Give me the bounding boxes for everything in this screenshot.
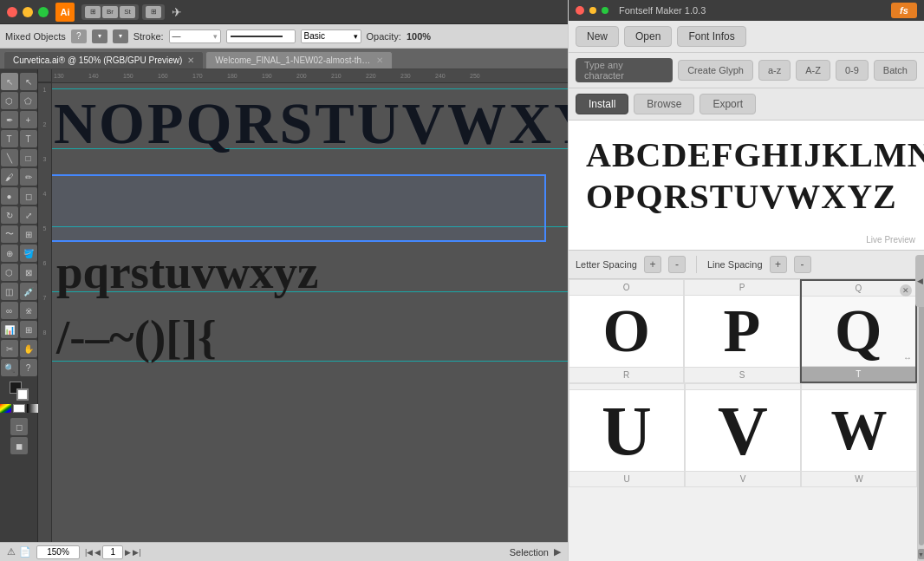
- magic-wand-tool[interactable]: ⬡: [1, 92, 18, 109]
- glyph-cell-P[interactable]: P P S: [684, 279, 799, 383]
- hand-tool[interactable]: ✋: [20, 340, 37, 357]
- type-tool[interactable]: T: [1, 130, 18, 147]
- document-tab-curvetica[interactable]: Curvetica.ai® @ 150% (RGB/GPU Preview) ✕: [3, 51, 204, 68]
- letter-spacing-plus[interactable]: +: [644, 256, 661, 273]
- scroll-down-btn[interactable]: ▼: [918, 549, 925, 559]
- stroke-input[interactable]: — ▾: [169, 29, 221, 43]
- nav-last[interactable]: ▶|: [133, 548, 140, 557]
- zoom-tool[interactable]: 🔍: [1, 359, 18, 376]
- blob-brush-tool[interactable]: ●: [1, 187, 18, 205]
- zoom-input[interactable]: 150%: [36, 545, 80, 559]
- browse-tab[interactable]: Browse: [634, 94, 694, 114]
- free-transform-tool[interactable]: ⊞: [20, 225, 37, 243]
- glyph-cell-Q[interactable]: ✕ Q Q ↔ T: [800, 279, 917, 383]
- toolbar-icon-1[interactable]: ⊞: [85, 6, 101, 18]
- mixed-objects-label: Mixed Objects: [5, 31, 66, 42]
- help-button[interactable]: ?: [71, 29, 87, 43]
- gradient-tool[interactable]: ◫: [1, 283, 18, 300]
- font-infos-btn[interactable]: Font Infos: [677, 26, 745, 47]
- status-icons: ⚠ 📄: [7, 546, 31, 558]
- select-tool[interactable]: ↖: [1, 73, 18, 90]
- eraser-tool[interactable]: ◻: [20, 187, 37, 205]
- blend-tool[interactable]: ∞: [1, 302, 18, 319]
- glyph-row-top-labels: O O R P P S ✕ Q Q ↔ T: [569, 279, 917, 383]
- open-btn[interactable]: Open: [624, 26, 672, 47]
- glyph-cell-O[interactable]: O O R: [569, 279, 684, 383]
- stroke-swatch[interactable]: [16, 388, 29, 401]
- error-icon[interactable]: ⚠: [7, 546, 16, 558]
- export-tab[interactable]: Export: [700, 94, 756, 114]
- nav-prev[interactable]: ◀: [94, 548, 101, 557]
- paintbrush-tool[interactable]: 🖌: [1, 168, 18, 186]
- page-input[interactable]: 1: [102, 545, 123, 559]
- no-fill[interactable]: [13, 404, 25, 413]
- line-tool[interactable]: ╲: [1, 149, 18, 166]
- scale-tool[interactable]: ⤢: [20, 206, 37, 224]
- glyph-Q-close[interactable]: ✕: [900, 284, 912, 297]
- az-btn[interactable]: a-z: [758, 60, 791, 81]
- tab-close-welcome[interactable]: ✕: [376, 55, 383, 65]
- shape-tool[interactable]: □: [20, 149, 37, 166]
- draw-mode[interactable]: ◻: [10, 418, 28, 435]
- 09-btn[interactable]: 0-9: [836, 60, 869, 81]
- nav-next[interactable]: ▶: [125, 548, 131, 557]
- glyph-O-top-label: O: [569, 280, 683, 296]
- nav-first[interactable]: |◀: [85, 548, 93, 557]
- symbol-sprayer-tool[interactable]: ※: [20, 302, 37, 319]
- shape-builder-tool[interactable]: ⊕: [1, 245, 18, 262]
- tab-close-curvetica[interactable]: ✕: [187, 55, 194, 65]
- window-maximize-btn[interactable]: [38, 7, 49, 17]
- artboard-tool[interactable]: ⊞: [20, 321, 37, 338]
- warp-tool[interactable]: 〜: [1, 225, 18, 243]
- scroll-thumb[interactable]: [919, 295, 924, 545]
- grayscale-mode[interactable]: [27, 404, 39, 413]
- letter-spacing-minus[interactable]: -: [668, 256, 686, 273]
- expand-icon[interactable]: ▶: [554, 546, 561, 558]
- mesh-tool[interactable]: ⊠: [20, 264, 37, 281]
- eyedropper-tool[interactable]: 💉: [20, 283, 37, 300]
- panel-collapse-btn[interactable]: ◀: [915, 255, 924, 307]
- selected-glyphs-area: NOPQRSTUVWXYZ NOPQRSTUVWXYZ: [52, 92, 568, 170]
- question-tool[interactable]: ?: [20, 359, 37, 376]
- line-spacing-plus[interactable]: +: [770, 256, 787, 273]
- fontself-minimize-btn[interactable]: [589, 7, 596, 14]
- direct-select-tool[interactable]: ↖: [20, 73, 37, 90]
- lasso-tool[interactable]: ⬠: [20, 92, 37, 109]
- glyph-Q-resize[interactable]: ↔: [902, 352, 913, 362]
- live-paint-tool[interactable]: 🪣: [20, 245, 37, 262]
- symbol-glyphs: /-–~()[]{: [56, 313, 217, 361]
- line-spacing-minus[interactable]: -: [794, 256, 811, 273]
- rotate-tool[interactable]: ↻: [1, 206, 18, 224]
- type-char-input[interactable]: Type any character: [576, 58, 673, 82]
- new-btn[interactable]: New: [576, 26, 619, 47]
- toolbar-icon-3[interactable]: St: [120, 6, 135, 18]
- info-icon[interactable]: 📄: [19, 546, 31, 558]
- document-tab-welcome[interactable]: Welcome_FINAL_1-NEW02-almost-there-pheww…: [205, 51, 393, 68]
- fontself-maximize-btn[interactable]: [602, 7, 608, 14]
- screen-mode[interactable]: ◼: [10, 437, 28, 454]
- toolbar-icon-2[interactable]: Br: [102, 6, 118, 18]
- perspective-grid-tool[interactable]: ⬡: [1, 264, 18, 281]
- slice-tool[interactable]: ✂: [1, 340, 18, 357]
- AZ-btn[interactable]: A-Z: [796, 60, 830, 81]
- glyph-cell-V[interactable]: V V: [685, 383, 801, 487]
- add-anchor-tool[interactable]: +: [20, 111, 37, 128]
- pencil-tool[interactable]: ✏: [20, 168, 37, 186]
- glyph-cell-W[interactable]: W W: [801, 383, 917, 487]
- batch-btn[interactable]: Batch: [874, 60, 917, 81]
- window-close-btn[interactable]: [7, 7, 17, 17]
- create-glyph-btn[interactable]: Create Glyph: [678, 60, 753, 81]
- glyph-cell-U[interactable]: U U: [569, 383, 685, 487]
- touch-type-tool[interactable]: T: [20, 130, 37, 147]
- fontself-close-btn[interactable]: [576, 6, 584, 15]
- pen-tool[interactable]: ✒: [1, 111, 18, 128]
- basic-select[interactable]: Basic▾: [301, 29, 361, 43]
- window-minimize-btn[interactable]: [23, 7, 33, 17]
- color-mode[interactable]: [0, 404, 11, 413]
- column-graph-tool[interactable]: 📊: [1, 321, 18, 338]
- opacity-value: 100%: [407, 31, 431, 42]
- install-tab[interactable]: Install: [576, 94, 628, 114]
- toolbar-icon-grid[interactable]: ⊞: [146, 6, 161, 18]
- canvas-row: 1 2 3 4 5 6 7 8: [38, 83, 568, 542]
- sync-icon[interactable]: ✈: [172, 5, 182, 19]
